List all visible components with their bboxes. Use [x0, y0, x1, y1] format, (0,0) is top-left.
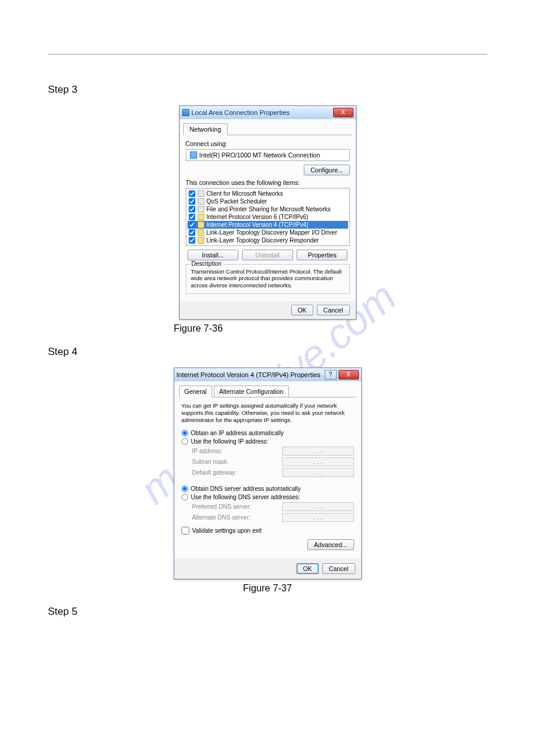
- connection-items-list[interactable]: Client for Microsoft Networks QoS Packet…: [186, 188, 350, 246]
- item-label: Client for Microsoft Networks: [207, 190, 283, 197]
- protocol-icon: [198, 237, 204, 244]
- preferred-dns-field: . . .: [282, 502, 354, 511]
- ipv4-properties-dialog: Internet Protocol Version 4 (TCP/IPv4) P…: [174, 368, 362, 579]
- adapter-field: Intel(R) PRO/1000 MT Network Connection: [186, 149, 350, 161]
- items-label: This connection uses the following items…: [186, 179, 352, 186]
- item-checkbox[interactable]: [189, 214, 195, 220]
- item-checkbox[interactable]: [189, 237, 195, 244]
- protocol-icon: [198, 221, 204, 228]
- step-3-label: Step 3: [48, 84, 487, 96]
- dialog1-tabstrip: Networking: [183, 123, 352, 135]
- description-legend: Description: [190, 260, 223, 267]
- description-text: Transmission Control Protocol/Internet P…: [191, 268, 344, 289]
- radio-auto-dns-label: Obtain DNS server address automatically: [191, 485, 301, 492]
- dialog1-titlebar: Local Area Connection Properties X: [180, 106, 356, 119]
- network-icon: [182, 109, 189, 116]
- description-group: Description Transmission Control Protoco…: [186, 264, 350, 294]
- tab-alternate[interactable]: Alternate Configuration: [214, 385, 289, 397]
- service-icon: [198, 190, 204, 197]
- tab-general[interactable]: General: [179, 385, 212, 397]
- list-item[interactable]: Internet Protocol Version 6 (TCP/IPv6): [188, 213, 348, 221]
- step-4-label: Step 4: [48, 346, 487, 358]
- dialog2-titlebar: Internet Protocol Version 4 (TCP/IPv4) P…: [174, 368, 361, 381]
- alternate-dns-field: . . .: [282, 513, 354, 522]
- adapter-name: Intel(R) PRO/1000 MT Network Connection: [200, 151, 321, 159]
- service-icon: [198, 198, 204, 205]
- item-label: Link-Layer Topology Discovery Responder: [207, 237, 319, 244]
- subnet-mask-label: Subnet mask:: [192, 459, 229, 465]
- dialog1-title: Local Area Connection Properties: [192, 109, 290, 116]
- ip-address-label: IP address:: [192, 448, 222, 454]
- list-item[interactable]: File and Printer Sharing for Microsoft N…: [188, 205, 348, 213]
- radio-use-dns[interactable]: [182, 494, 188, 500]
- advanced-button[interactable]: Advanced...: [307, 539, 353, 550]
- page-content: Step 3 Local Area Connection Properties …: [48, 72, 487, 627]
- default-gateway-field: . . .: [282, 468, 354, 477]
- cancel-button[interactable]: Cancel: [322, 563, 355, 574]
- item-checkbox[interactable]: [189, 190, 195, 197]
- properties-button[interactable]: Properties: [297, 250, 347, 260]
- validate-checkbox[interactable]: [182, 527, 189, 535]
- ipv4-intro-text: You can get IP settings assigned automat…: [182, 402, 354, 424]
- dialog2-tabstrip: General Alternate Configuration: [179, 385, 356, 397]
- close-icon[interactable]: X: [333, 108, 353, 117]
- item-checkbox[interactable]: [189, 206, 195, 212]
- list-item-selected[interactable]: Internet Protocol Version 4 (TCP/IPv4): [188, 221, 348, 229]
- default-gateway-label: Default gateway:: [192, 469, 237, 476]
- subnet-mask-field: . . .: [282, 457, 354, 466]
- item-label: File and Printer Sharing for Microsoft N…: [207, 206, 331, 212]
- ip-address-field: . . .: [282, 447, 354, 456]
- service-icon: [198, 206, 204, 212]
- install-button[interactable]: Install...: [188, 250, 238, 260]
- cancel-button[interactable]: Cancel: [317, 305, 350, 315]
- radio-auto-ip-label: Obtain an IP address automatically: [191, 430, 284, 436]
- dialog1-body: Networking Connect using: Intel(R) PRO/1…: [180, 119, 356, 301]
- help-icon[interactable]: ?: [325, 370, 337, 379]
- item-checkbox[interactable]: [189, 229, 195, 236]
- list-item[interactable]: QoS Packet Scheduler: [188, 198, 348, 205]
- tab-networking[interactable]: Networking: [183, 123, 228, 135]
- protocol-icon: [198, 229, 204, 236]
- radio-auto-ip[interactable]: [182, 430, 188, 436]
- step-5-label: Step 5: [48, 606, 487, 618]
- horizontal-rule: [48, 54, 487, 54]
- dialog2-title: Internet Protocol Version 4 (TCP/IPv4) P…: [177, 371, 321, 378]
- list-item[interactable]: Link-Layer Topology Discovery Responder: [188, 236, 348, 244]
- adapter-icon: [190, 151, 197, 159]
- local-area-connection-dialog: Local Area Connection Properties X Netwo…: [179, 105, 356, 320]
- protocol-icon: [198, 214, 204, 220]
- configure-button[interactable]: Configure...: [304, 165, 349, 175]
- connect-using-label: Connect using:: [186, 140, 352, 147]
- item-label: Internet Protocol Version 6 (TCP/IPv6): [207, 214, 309, 220]
- item-label: Link-Layer Topology Discovery Mapper I/O…: [207, 229, 337, 236]
- close-icon[interactable]: X: [338, 370, 359, 379]
- alternate-dns-label: Alternate DNS server:: [192, 514, 250, 521]
- radio-use-ip[interactable]: [182, 438, 188, 445]
- radio-use-dns-label: Use the following DNS server addresses:: [191, 494, 300, 500]
- list-item[interactable]: Link-Layer Topology Discovery Mapper I/O…: [188, 229, 348, 236]
- item-checkbox[interactable]: [189, 221, 195, 228]
- validate-label: Validate settings upon exit: [192, 527, 262, 534]
- radio-use-ip-label: Use the following IP address:: [191, 438, 268, 445]
- item-label: QoS Packet Scheduler: [207, 198, 267, 205]
- preferred-dns-label: Preferred DNS server:: [192, 503, 252, 510]
- list-item[interactable]: Client for Microsoft Networks: [188, 190, 348, 198]
- item-label: Internet Protocol Version 4 (TCP/IPv4): [207, 221, 309, 228]
- item-checkbox[interactable]: [189, 198, 195, 205]
- ok-button[interactable]: OK: [291, 305, 313, 315]
- radio-auto-dns[interactable]: [182, 485, 188, 492]
- figure-7-37-caption: Figure 7-37: [48, 583, 487, 594]
- ok-button[interactable]: OK: [297, 563, 319, 574]
- uninstall-button: Uninstall: [242, 250, 293, 260]
- dialog2-body: General Alternate Configuration You can …: [174, 381, 361, 558]
- figure-7-36-caption: Figure 7-36: [48, 323, 487, 334]
